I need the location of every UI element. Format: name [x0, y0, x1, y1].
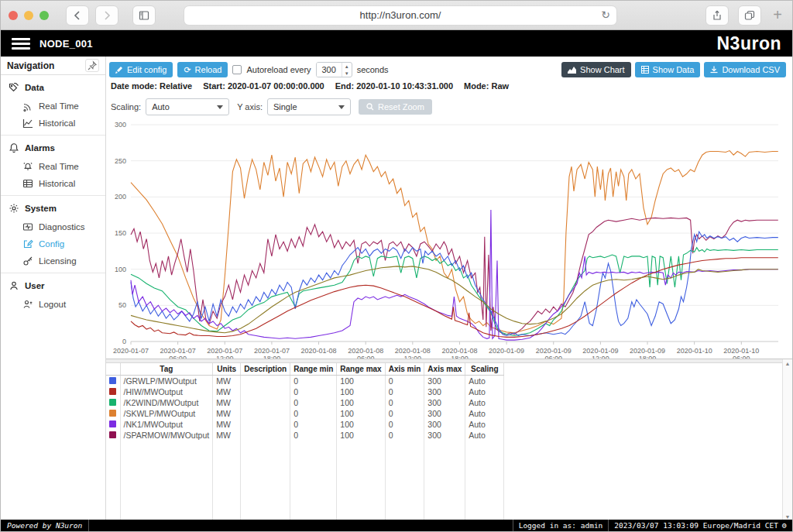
autoreload-checkbox[interactable]	[232, 65, 242, 74]
browser-toolbar: http://n3uron.com/ ↻ +	[1, 1, 792, 30]
pin-sidebar-button[interactable]	[85, 59, 99, 72]
cell-scaling: Auto	[465, 408, 504, 419]
sidebar-item-data-realtime[interactable]: Real Time	[9, 98, 105, 115]
back-button[interactable]	[66, 5, 89, 26]
scaling-select[interactable]: Auto	[146, 98, 229, 115]
chevron-left-icon	[72, 10, 83, 21]
series-color-cell	[106, 419, 120, 430]
table-row[interactable]: /SPARMOW/MWOutputMW01000300Auto	[106, 430, 504, 441]
status-bar: Powered by N3uron Logged in as: admin 20…	[1, 520, 792, 531]
sidebar-item-diagnostics[interactable]: Diagnostics	[9, 218, 105, 235]
column-header[interactable]: Range max	[337, 363, 385, 376]
realtime-signal-icon	[22, 101, 33, 112]
sidebar-item-alarms-realtime[interactable]: Real Time	[9, 158, 105, 175]
cell-description	[241, 408, 290, 419]
item-label: Licensing	[39, 256, 77, 266]
series-line-/K2WIND/MWOutput	[131, 248, 778, 336]
cell-scaling: Auto	[465, 386, 504, 397]
pin-icon	[87, 60, 98, 71]
column-header[interactable]: Axis max	[424, 363, 465, 376]
table-row[interactable]: /GRWLP/MWOutputMW01000300Auto	[106, 376, 504, 387]
zoom-window-button[interactable]	[39, 11, 49, 20]
sidebar-item-data-historical[interactable]: Historical	[9, 115, 105, 132]
column-header[interactable]: Scaling	[465, 363, 504, 376]
navigation-sidebar: Navigation Data Real Time Historical	[1, 57, 106, 521]
alarm-bell-icon	[22, 161, 33, 172]
table-row[interactable]: /SKWLP/MWOutputMW01000300Auto	[106, 408, 504, 419]
svg-text:2020-01-07: 2020-01-07	[160, 347, 196, 355]
sidebar-item-config[interactable]: Config	[9, 235, 105, 252]
bell-icon	[9, 142, 19, 153]
spinner-up-button[interactable]: ▲	[342, 63, 352, 70]
cell-axis_max: 300	[424, 397, 465, 408]
cell-description	[241, 376, 290, 387]
logout-icon	[22, 299, 33, 310]
table-row[interactable]: /K2WIND/MWOutputMW01000300Auto	[106, 397, 504, 408]
menu-icon[interactable]	[12, 38, 30, 50]
reload-button[interactable]: ⟳ Reload	[177, 62, 228, 77]
autoreload-unit-label: seconds	[357, 65, 389, 74]
share-icon	[712, 10, 723, 21]
table-row[interactable]: /HIW/MWOutputMW01000300Auto	[106, 386, 504, 397]
user-icon	[9, 280, 19, 291]
edit-config-button[interactable]: Edit config	[109, 62, 173, 77]
svg-text:200: 200	[115, 193, 126, 201]
series-color-cell	[106, 408, 120, 419]
column-header[interactable]: Tag	[120, 363, 213, 376]
sidebar-toggle-button[interactable]	[132, 5, 156, 26]
forward-button[interactable]	[95, 5, 118, 26]
series-color-swatch	[109, 420, 116, 427]
sidebar-item-licensing[interactable]: Licensing	[9, 252, 105, 269]
share-button[interactable]	[705, 5, 729, 26]
tabs-icon	[744, 10, 755, 21]
cell-scaling: Auto	[465, 397, 504, 408]
cell-axis_max: 300	[424, 408, 465, 419]
line-chart-icon	[22, 118, 33, 129]
series-color-cell	[106, 430, 120, 441]
cell-units: MW	[213, 376, 241, 387]
item-label: Real Time	[39, 162, 79, 171]
autoreload-interval-input[interactable]: 300 ▲ ▼	[316, 62, 352, 77]
tab-overview-button[interactable]	[738, 5, 761, 26]
browser-window: http://n3uron.com/ ↻ + NODE_001 N3uron N…	[0, 0, 793, 532]
yaxis-label: Y axis:	[237, 102, 263, 112]
show-data-button[interactable]: Show Data	[635, 62, 701, 77]
column-header[interactable]: Units	[213, 363, 241, 376]
cell-scaling: Auto	[465, 419, 504, 430]
spinner-down-button[interactable]: ▼	[342, 70, 352, 77]
address-bar[interactable]: http://n3uron.com/ ↻	[184, 5, 617, 26]
page-reload-icon[interactable]: ↻	[601, 9, 610, 21]
close-window-button[interactable]	[9, 11, 18, 20]
yaxis-select[interactable]: Single	[267, 98, 351, 115]
cell-description	[241, 419, 290, 430]
column-header[interactable]: Range min	[290, 363, 337, 376]
cell-axis_min: 0	[385, 386, 424, 397]
sidebar-item-alarms-historical[interactable]: Historical	[9, 175, 105, 192]
table-row[interactable]: /NK1/MWOutputMW01000300Auto	[106, 419, 504, 430]
download-csv-button[interactable]: Download CSV	[704, 62, 786, 77]
svg-text:100: 100	[115, 266, 126, 273]
section-label-data: Data	[25, 83, 44, 92]
cell-description	[241, 397, 290, 408]
cell-description	[241, 386, 290, 397]
table-scrollbar[interactable]: ▲ ▼	[782, 359, 792, 521]
historical-trend-chart[interactable]: 0501001502002503002020-01-072020-01-0706…	[108, 117, 789, 372]
reset-zoom-button[interactable]: Reset Zoom	[359, 99, 432, 115]
cell-tag: /GRWLP/MWOutput	[120, 376, 213, 387]
column-header[interactable]: Axis min	[385, 363, 424, 376]
cell-units: MW	[213, 419, 241, 430]
column-header[interactable]: Description	[241, 363, 290, 376]
item-label: Real Time	[39, 101, 79, 111]
scroll-up-icon[interactable]: ▲	[785, 361, 791, 366]
show-chart-button[interactable]: Show Chart	[561, 62, 630, 77]
key-icon	[22, 256, 33, 266]
sidebar-item-logout[interactable]: Logout	[9, 296, 105, 313]
cell-axis_min: 0	[385, 376, 424, 387]
sidebar-section-user: User Logout	[1, 273, 105, 316]
mode-value: Raw	[491, 81, 509, 91]
date-mode-value: Relative	[160, 81, 192, 91]
new-tab-button[interactable]: +	[771, 6, 784, 24]
minimize-window-button[interactable]	[24, 11, 33, 20]
timezone-gear-icon[interactable]: ⚙	[782, 521, 787, 530]
scroll-down-icon[interactable]: ▼	[785, 514, 791, 520]
